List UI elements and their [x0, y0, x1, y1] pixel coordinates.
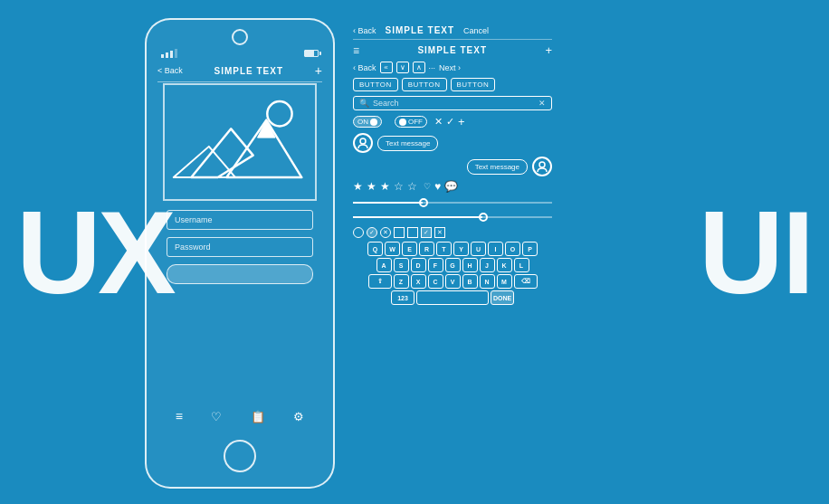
phone-home-button[interactable]	[224, 440, 256, 472]
key-h[interactable]: H	[462, 258, 478, 272]
key-w[interactable]: W	[385, 242, 400, 256]
phone-status-bar	[161, 49, 319, 58]
password-field[interactable]: Password	[167, 237, 313, 257]
key-z[interactable]: Z	[394, 274, 409, 289]
keyboard-row-3: ⇧ Z X C V B N M ⌫	[353, 274, 552, 289]
phone-bottom-nav: ≡ ♡ 📋 ⚙	[161, 409, 319, 423]
list-icon[interactable]: 📋	[251, 410, 265, 423]
panel-buttons-row: BUTTON BUTTON BUTTON	[353, 78, 552, 91]
key-backspace[interactable]: ⌫	[514, 274, 538, 289]
key-e[interactable]: E	[402, 242, 417, 256]
settings-icon[interactable]: ⚙	[293, 410, 304, 423]
login-button[interactable]	[167, 264, 313, 284]
phone-nav-plus[interactable]: +	[315, 63, 322, 78]
sent-message-bubble: Text message	[377, 136, 438, 151]
checkbox-cross[interactable]: ✕	[434, 227, 445, 238]
heart-icon[interactable]: ♡	[211, 410, 222, 423]
nav-next-btn[interactable]: Next ›	[439, 63, 461, 72]
key-v[interactable]: V	[445, 274, 461, 289]
phone-back-button[interactable]: < Back	[157, 66, 183, 75]
key-g[interactable]: G	[445, 258, 461, 272]
toggle-off-label: OFF	[408, 118, 423, 126]
key-shift[interactable]: ⇧	[368, 274, 392, 289]
nav-dots: ···	[429, 63, 436, 72]
sender-avatar	[353, 133, 373, 153]
keyboard: Q W E R T Y U I O P A S D F G H J K L	[353, 242, 552, 305]
toggle-on[interactable]: ON	[353, 116, 382, 128]
star-filled-2[interactable]: ★	[367, 180, 376, 193]
radio-checked[interactable]: ✓	[367, 227, 377, 238]
hamburger-icon[interactable]: ≡	[353, 44, 359, 57]
checkbox-empty-1[interactable]	[394, 227, 405, 238]
panel-menu-title: SIMPLE TEXT	[363, 45, 541, 55]
slider-1-thumb[interactable]	[419, 198, 428, 207]
nav-down-btn[interactable]: ∨	[396, 62, 409, 73]
checkbox-empty-2[interactable]	[407, 227, 418, 238]
key-q[interactable]: Q	[367, 242, 383, 256]
toggle-on-knob	[370, 119, 377, 126]
key-r[interactable]: R	[419, 242, 434, 256]
heart-empty-icon[interactable]: ♡	[424, 182, 431, 191]
phone-fields: Username Password	[167, 210, 313, 284]
panel-back-btn[interactable]: ‹ Back	[353, 26, 376, 35]
key-x[interactable]: X	[411, 274, 426, 289]
menu-icon[interactable]: ≡	[176, 409, 183, 423]
star-filled-3[interactable]: ★	[380, 180, 390, 193]
key-y[interactable]: Y	[453, 242, 469, 256]
search-bar[interactable]: 🔍 Search ✕	[353, 96, 552, 110]
key-123[interactable]: 123	[391, 290, 414, 305]
key-d[interactable]: D	[411, 258, 426, 272]
panel-toggles-row: ON OFF ✕ ✓ +	[353, 115, 552, 128]
toggle-off-knob	[399, 119, 406, 126]
nav-prev-btn[interactable]: «	[380, 62, 393, 73]
heart-full-icon[interactable]: ♥	[434, 180, 441, 193]
username-field[interactable]: Username	[167, 210, 313, 230]
password-placeholder: Password	[175, 242, 211, 252]
received-message-row: Text message	[353, 157, 552, 176]
toggle-off[interactable]: OFF	[395, 116, 427, 128]
radio-cross[interactable]: ✕	[380, 227, 391, 238]
panel-nav-arrows: ‹ Back « ∨ ∧ ··· Next ›	[353, 62, 552, 73]
button-2[interactable]: BUTTON	[402, 78, 447, 91]
key-u[interactable]: U	[471, 242, 486, 256]
key-space[interactable]	[416, 290, 489, 305]
svg-point-6	[539, 162, 545, 167]
key-m[interactable]: M	[497, 274, 512, 289]
key-j[interactable]: J	[480, 258, 495, 272]
key-p[interactable]: P	[522, 242, 538, 256]
key-f[interactable]: F	[428, 258, 443, 272]
key-n[interactable]: N	[480, 274, 495, 289]
button-1[interactable]: BUTTON	[353, 78, 398, 91]
star-empty-1[interactable]: ☆	[394, 180, 404, 193]
search-icon: 🔍	[359, 99, 369, 108]
button-3[interactable]: BUTTON	[451, 78, 496, 91]
star-empty-2[interactable]: ☆	[407, 180, 417, 193]
ui-elements-panel: ‹ Back SIMPLE TEXT Cancel ≡ SIMPLE TEXT …	[353, 25, 552, 307]
search-placeholder: Search	[373, 99, 399, 108]
search-clear-btn[interactable]: ✕	[538, 99, 546, 108]
key-i[interactable]: I	[488, 242, 503, 256]
slider-2-fill	[353, 216, 482, 218]
key-a[interactable]: A	[376, 258, 392, 272]
key-o[interactable]: O	[505, 242, 520, 256]
key-done[interactable]: DONE	[491, 290, 514, 305]
key-t[interactable]: T	[436, 242, 452, 256]
star-filled-1[interactable]: ★	[353, 180, 363, 193]
key-b[interactable]: B	[462, 274, 478, 289]
speech-icon[interactable]: 💬	[444, 180, 458, 193]
phone-mockup: < Back SIMPLE TEXT +	[145, 18, 335, 489]
checkbox-checked[interactable]: ✓	[421, 227, 432, 238]
panel-cancel-btn[interactable]: Cancel	[463, 26, 489, 35]
slider-2-thumb[interactable]	[479, 213, 488, 222]
key-l[interactable]: L	[514, 258, 529, 272]
nav-back-btn[interactable]: ‹ Back	[353, 63, 376, 72]
username-placeholder: Username	[175, 215, 213, 224]
key-k[interactable]: K	[497, 258, 512, 272]
key-s[interactable]: S	[394, 258, 409, 272]
key-c[interactable]: C	[428, 274, 443, 289]
nav-up-btn[interactable]: ∧	[413, 62, 425, 73]
radio-empty[interactable]	[353, 227, 364, 238]
main-container: UX UI < Back SIMPLE TEXT +	[0, 0, 829, 504]
panel-plus-btn[interactable]: +	[545, 43, 552, 57]
panel-checkboxes-row: ✓ ✕ ✓ ✕	[353, 227, 552, 238]
